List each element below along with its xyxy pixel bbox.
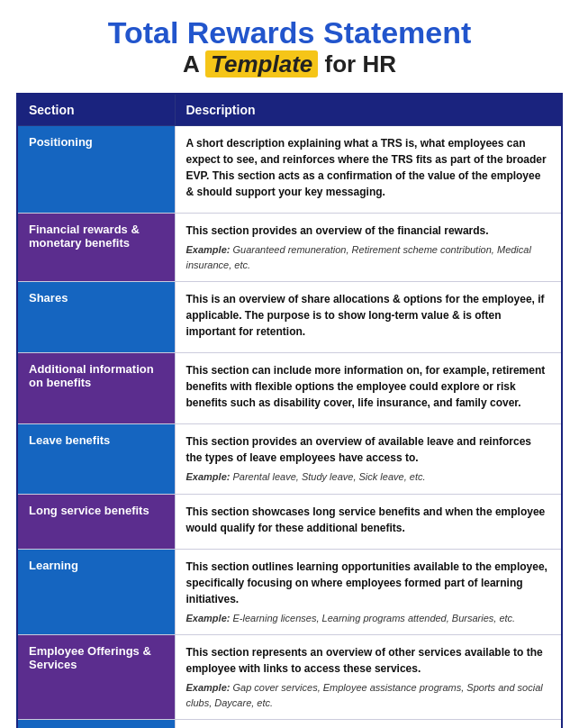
section-label-legal: Legal T&Cs (17, 720, 175, 728)
subtitle-before: A (183, 50, 205, 77)
section-label-shares: Shares (17, 282, 175, 353)
col-section: Section (17, 94, 175, 126)
table-row: Learning This section outlines learning … (17, 549, 562, 635)
desc-learning: This section outlines learning opportuni… (175, 549, 562, 635)
desc-legal: Lastly, employees must be aware of the T… (175, 720, 562, 728)
table-row: Leave benefits This section provides an … (17, 424, 562, 495)
sub-title: A Template for HR (108, 50, 472, 80)
desc-shares: This is an overview of share allocations… (175, 282, 562, 353)
table-row: Shares This is an overview of share allo… (17, 282, 562, 353)
section-label-positioning: Positioning (17, 126, 175, 214)
section-label-leave: Leave benefits (17, 424, 175, 495)
desc-employee: This section represents an overview of o… (175, 635, 562, 720)
col-description: Description (175, 94, 562, 126)
table-row: Employee Offerings & Services This secti… (17, 635, 562, 720)
subtitle-after: for HR (318, 50, 396, 77)
section-label-learning: Learning (17, 549, 175, 635)
desc-longservice: This section showcases long service bene… (175, 494, 562, 549)
main-title: Total Rewards Statement (108, 16, 472, 50)
section-label-additional: Additional information on benefits (17, 353, 175, 424)
section-label-longservice: Long service benefits (17, 494, 175, 549)
section-label-financial: Financial rewards & monetary benefits (17, 214, 175, 282)
table-row: Financial rewards & monetary benefits Th… (17, 214, 562, 282)
section-label-employee: Employee Offerings & Services (17, 635, 175, 720)
table-row: Long service benefits This section showc… (17, 494, 562, 549)
page-header: Total Rewards Statement A Template for H… (108, 16, 472, 80)
desc-positioning: A short description explaining what a TR… (175, 126, 562, 214)
table-row: Additional information on benefits This … (17, 353, 562, 424)
table-row: Positioning A short description explaini… (17, 126, 562, 214)
desc-leave: This section provides an overview of ava… (175, 424, 562, 495)
subtitle-highlight: Template (205, 50, 318, 77)
desc-financial: This section provides an overview of the… (175, 214, 562, 282)
table-row: Legal T&Cs Lastly, employees must be awa… (17, 720, 562, 728)
desc-additional: This section can include more informatio… (175, 353, 562, 424)
rewards-table: Section Description Positioning A short … (16, 93, 563, 728)
